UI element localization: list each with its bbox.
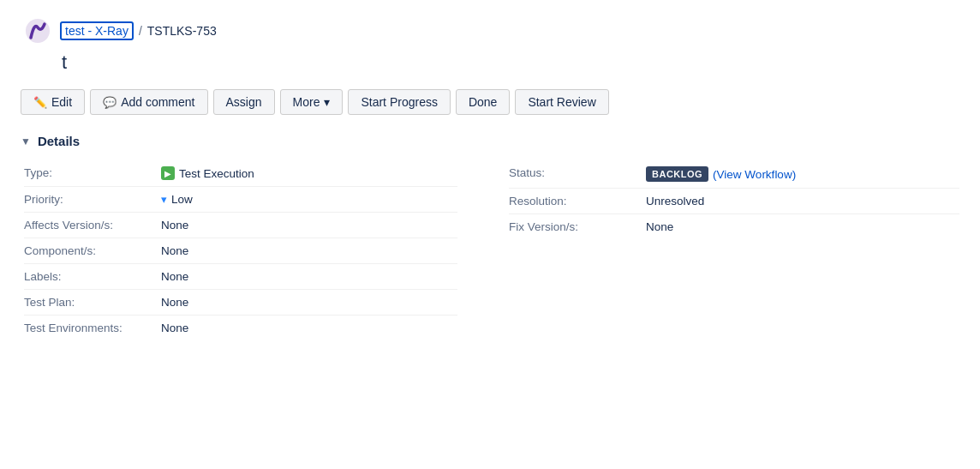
start-progress-button[interactable]: Start Progress [348, 89, 450, 115]
detail-row-resolution: Resolution: Unresolved [509, 188, 959, 213]
type-label: Type: [24, 166, 161, 179]
start-progress-label: Start Progress [361, 95, 437, 109]
detail-row-labels: Labels: None [24, 263, 457, 289]
detail-row-priority: Priority: ▾ Low [24, 186, 457, 212]
details-toggle-icon[interactable]: ▼ [21, 135, 31, 147]
priority-label: Priority: [24, 193, 161, 206]
assign-button[interactable]: Assign [213, 89, 275, 115]
view-workflow-link[interactable]: (View Workflow) [713, 168, 796, 181]
details-left-column: Type: ▶ Test Execution Priority: ▾ Low A… [24, 160, 492, 340]
test-execution-icon: ▶ [161, 166, 175, 180]
test-environments-label: Test Environments: [24, 322, 161, 334]
labels-label: Labels: [24, 270, 161, 283]
chevron-down-icon: ▾ [324, 95, 330, 109]
start-review-label: Start Review [528, 95, 595, 109]
issue-title: t [62, 51, 959, 74]
labels-value: None [161, 270, 188, 283]
details-grid: Type: ▶ Test Execution Priority: ▾ Low A… [24, 160, 959, 340]
add-comment-label: Add comment [121, 95, 194, 109]
more-label: More [293, 95, 320, 109]
test-plan-value: None [161, 296, 188, 309]
detail-row-type: Type: ▶ Test Execution [24, 160, 457, 186]
breadcrumb: test - X-Ray / TSTLKS-753 [21, 14, 959, 48]
add-comment-button[interactable]: 💬 Add comment [90, 89, 207, 115]
type-value: ▶ Test Execution [161, 166, 254, 180]
breadcrumb-issue-key: TSTLKS-753 [147, 24, 217, 38]
status-value: BACKLOG (View Workflow) [646, 166, 796, 182]
breadcrumb-separator: / [139, 24, 142, 38]
priority-icon: ▾ [161, 193, 167, 206]
more-button[interactable]: More ▾ [280, 89, 344, 115]
priority-text: Low [171, 193, 193, 206]
test-plan-label: Test Plan: [24, 296, 161, 309]
resolution-label: Resolution: [509, 195, 646, 207]
detail-row-test-plan: Test Plan: None [24, 289, 457, 315]
assign-label: Assign [226, 95, 262, 109]
status-badge: BACKLOG [646, 166, 708, 182]
affects-version-value: None [161, 219, 188, 231]
test-environments-value: None [161, 322, 188, 334]
details-section-header: ▼ Details [21, 134, 959, 148]
status-label: Status: [509, 166, 646, 179]
toolbar: ✏️ Edit 💬 Add comment Assign More ▾ Star… [21, 89, 959, 115]
detail-row-status: Status: BACKLOG (View Workflow) [509, 160, 959, 188]
edit-button[interactable]: ✏️ Edit [21, 89, 85, 115]
detail-row-components: Component/s: None [24, 238, 457, 263]
detail-row-affects-version: Affects Version/s: None [24, 212, 457, 238]
edit-label: Edit [51, 95, 72, 109]
done-button[interactable]: Done [456, 89, 510, 115]
priority-value: ▾ Low [161, 193, 193, 206]
edit-icon: ✏️ [33, 96, 47, 109]
detail-row-fix-version: Fix Version/s: None [509, 213, 959, 239]
details-section-title: Details [38, 134, 80, 148]
detail-row-test-environments: Test Environments: None [24, 315, 457, 340]
components-value: None [161, 244, 188, 257]
resolution-value: Unresolved [646, 195, 704, 207]
details-right-column: Status: BACKLOG (View Workflow) Resoluti… [492, 160, 959, 340]
svg-point-0 [26, 19, 50, 43]
affects-version-label: Affects Version/s: [24, 219, 161, 231]
breadcrumb-project-link[interactable]: test - X-Ray [60, 21, 134, 40]
fix-version-value: None [646, 220, 673, 233]
done-label: Done [469, 95, 497, 109]
comment-icon: 💬 [103, 96, 117, 109]
fix-version-label: Fix Version/s: [509, 220, 646, 233]
start-review-button[interactable]: Start Review [515, 89, 608, 115]
project-logo-icon [21, 14, 55, 48]
components-label: Component/s: [24, 244, 161, 257]
type-text: Test Execution [179, 167, 254, 180]
